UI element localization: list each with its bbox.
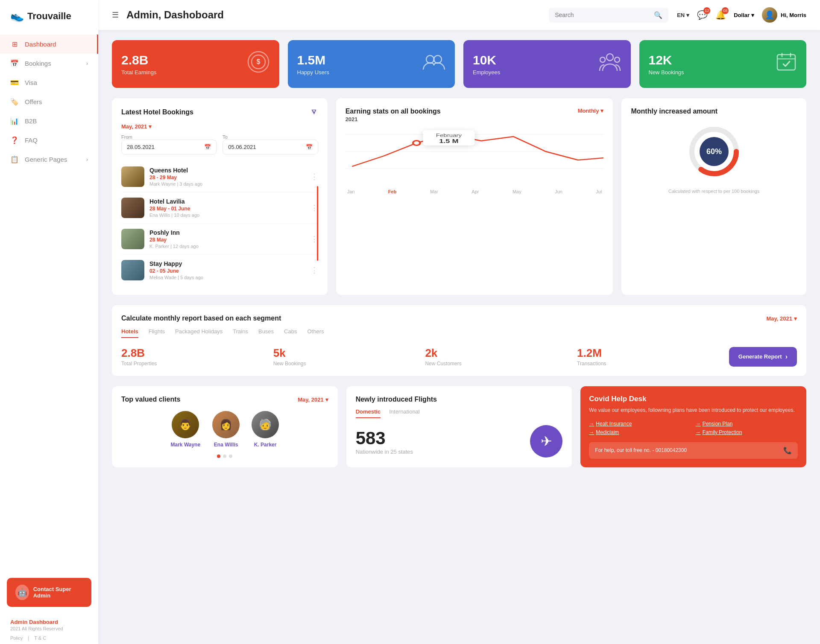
chevron-right-icon: › (86, 157, 88, 163)
from-label: From (121, 134, 217, 140)
bookings-label: New Bookings (649, 69, 684, 76)
chart-months: Jan Feb Mar Apr May Jun Jul (346, 189, 604, 194)
notifications-button[interactable]: 🔔 08 (715, 10, 726, 20)
header: ☰ Admin, Dashoboard 🔍 EN ▾ 💬 12 🔔 08 Dol… (98, 0, 820, 30)
booking-meta: Ena Willis | 10 days ago (149, 213, 305, 218)
generate-label: Generate Report (738, 353, 782, 360)
policy-link[interactable]: Policy (10, 635, 23, 641)
sidebar-item-dashboard[interactable]: ⊞ Dashboard (0, 35, 98, 54)
messages-button[interactable]: 💬 12 (697, 10, 708, 20)
generate-report-button[interactable]: Generate Report › (729, 347, 797, 367)
client-name: Ena Willis (214, 442, 238, 448)
terms-link[interactable]: T & C (34, 635, 46, 641)
tab-hotels[interactable]: Hotels (121, 328, 138, 338)
covid-description: We value our employees, followning plans… (589, 407, 798, 414)
date-filter-pill[interactable]: May, 2021 ▾ (121, 123, 152, 130)
customers-label: New Customers (425, 361, 577, 367)
covid-link-mediclaim[interactable]: → Mediclaim (589, 429, 691, 435)
tab-international[interactable]: International (389, 408, 420, 418)
tab-domestic[interactable]: Domestic (356, 408, 381, 418)
chevron-down-icon: ▾ (686, 12, 689, 18)
chart-title: Earning stats on all bookings 2021 (346, 108, 441, 122)
covid-link-family[interactable]: → Family Protection (696, 429, 798, 435)
sidebar-item-b2b[interactable]: 📊 B2B (0, 111, 98, 131)
tab-packaged[interactable]: Packaged Holidays (175, 328, 223, 338)
stat-card-employees: 10K Employees (463, 40, 631, 88)
bookings-icon (776, 51, 797, 77)
contact-super-admin-button[interactable]: 🤖 Contact Super Admin (7, 578, 91, 607)
svg-text:$: $ (256, 58, 260, 65)
tab-cabs[interactable]: Cabs (284, 328, 297, 338)
search-container: 🔍 (549, 8, 668, 23)
sidebar-item-faq[interactable]: ❓ FAQ (0, 131, 98, 150)
transactions-label: Transactions (577, 361, 729, 367)
phone-icon[interactable]: 📞 (783, 446, 792, 455)
booking-meta: K. Parker | 12 days ago (149, 244, 305, 249)
sidebar-item-label: Generic Pages (25, 156, 67, 163)
booking-meta: Melisa Wade | 5 days ago (149, 275, 305, 280)
donut-subtitle: Calculated with respect to per 100 booki… (668, 189, 759, 194)
sidebar-item-label: Bookings (25, 60, 51, 67)
dot-3[interactable] (229, 455, 232, 458)
flights-count-area: 583 Nationwide in 25 states (356, 428, 413, 455)
covid-phone-row: For help, our toll free no. - 0018004230… (589, 442, 798, 459)
tab-trains[interactable]: Trains (233, 328, 248, 338)
scrollbar[interactable] (317, 186, 318, 261)
chevron-down-icon: ▾ (600, 108, 603, 114)
content-area: 2.8B Total Earnings $ 1.5M Happy Users (98, 30, 820, 644)
segment-date-selector[interactable]: May, 2021 ▾ (767, 315, 797, 322)
logo: 👟 Trouvaille (0, 0, 98, 30)
chevron-down-icon: ▾ (751, 12, 754, 18)
currency-selector[interactable]: Dollar ▾ (734, 12, 754, 18)
sidebar-item-visa[interactable]: 💳 Visa (0, 73, 98, 92)
donut-container: 60% Calculated with respect to per 100 b… (631, 115, 797, 198)
users-label: Happy Users (297, 69, 329, 76)
earning-title: Earning stats on all bookings (346, 108, 441, 115)
dashboard-icon: ⊞ (10, 40, 19, 48)
month-mar: Mar (430, 189, 438, 194)
calendar-icon: 📅 (204, 144, 211, 150)
covid-link-health[interactable]: → Healt Insurance (589, 421, 691, 427)
menu-icon[interactable]: ☰ (112, 10, 119, 20)
clients-list: 👨 Mark Wayne 👩 Ena Willis 🧓 K. Parker (121, 411, 328, 448)
sidebar-item-generic[interactable]: 📋 Generic Pages › (0, 150, 98, 169)
phone-text: For help, our toll free no. - 0018004230… (595, 447, 687, 453)
user-profile[interactable]: 👤 Hi, Morris (762, 7, 806, 23)
search-input[interactable] (555, 12, 650, 18)
more-options-icon[interactable]: ⋮ (310, 172, 318, 181)
employees-label: Employees (473, 69, 500, 76)
client-avatar-ena: 👩 (212, 411, 240, 438)
dot-2[interactable] (223, 455, 226, 458)
date-filter-label: May, 2021 (121, 123, 147, 130)
arrow-icon: → (589, 421, 594, 427)
bottom-row: Top valued clients May, 2021 ▾ 👨 Mark Wa… (112, 386, 806, 467)
sidebar-item-offers[interactable]: 🏷️ Offers (0, 92, 98, 111)
language-selector[interactable]: EN ▾ (677, 12, 689, 18)
client-name: Mark Wayne (171, 442, 201, 448)
to-date-input[interactable]: 05.06.2021 📅 (223, 140, 318, 154)
tab-buses[interactable]: Buses (258, 328, 274, 338)
hotel-bookings-card: Latest Hotel Bookings ⛛ May, 2021 ▾ From… (112, 98, 328, 295)
segment-stats-row: 2.8B Total Properties 5k New Bookings 2k… (121, 347, 797, 367)
period-selector[interactable]: Monthly ▾ (578, 108, 604, 114)
currency-label: Dollar (734, 12, 750, 18)
svg-text:February: February (436, 133, 462, 138)
generic-icon: 📋 (10, 155, 19, 163)
filter-icon[interactable]: ⛛ (310, 108, 318, 117)
covid-link-pension[interactable]: → Pension Plan (696, 421, 798, 427)
employees-value: 10K (473, 53, 500, 67)
b2b-icon: 📊 (10, 117, 19, 125)
page-title: Admin, Dashoboard (126, 9, 549, 21)
tab-others[interactable]: Others (307, 328, 324, 338)
tab-flights[interactable]: Flights (149, 328, 165, 338)
clients-header: Top valued clients May, 2021 ▾ (121, 396, 328, 403)
divider: | (28, 635, 29, 641)
dot-1[interactable] (217, 455, 220, 458)
sidebar-item-bookings[interactable]: 📅 Bookings › (0, 54, 98, 73)
bookings-icon: 📅 (10, 59, 19, 67)
sidebar-nav: ⊞ Dashboard 📅 Bookings › 💳 Visa 🏷️ Offer… (0, 30, 98, 573)
clients-date-selector[interactable]: May, 2021 ▾ (298, 396, 328, 403)
month-apr: Apr (472, 189, 479, 194)
more-options-icon[interactable]: ⋮ (310, 265, 318, 275)
from-date-input[interactable]: 28.05.2021 📅 (121, 140, 217, 154)
